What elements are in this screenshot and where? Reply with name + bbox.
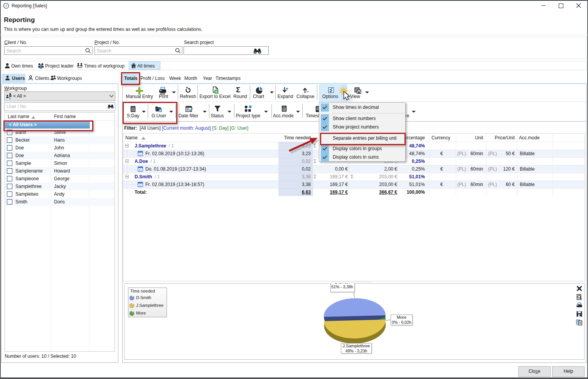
svg-text:12: 12 (138, 168, 142, 172)
svg-text:12: 12 (138, 184, 142, 187)
svg-text:31: 31 (187, 108, 190, 111)
svg-text:12: 12 (138, 153, 142, 156)
